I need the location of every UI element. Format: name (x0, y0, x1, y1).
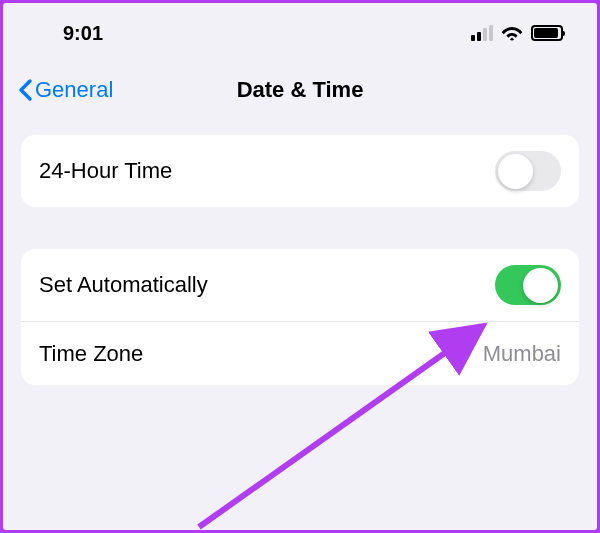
settings-group-time-format: 24-Hour Time (21, 135, 579, 207)
toggle-24-hour-time[interactable] (495, 151, 561, 191)
nav-bar: General Date & Time (3, 59, 597, 135)
status-icons (471, 25, 563, 41)
back-label: General (35, 77, 113, 103)
settings-group-automatic: Set Automatically Time Zone Mumbai (21, 249, 579, 385)
status-bar: 9:01 (3, 3, 597, 59)
row-set-automatically[interactable]: Set Automatically (21, 249, 579, 321)
toggle-knob (523, 268, 558, 303)
row-label: Set Automatically (39, 272, 208, 298)
back-button[interactable]: General (17, 77, 113, 103)
page-title: Date & Time (237, 77, 364, 103)
toggle-set-automatically[interactable] (495, 265, 561, 305)
row-label: Time Zone (39, 341, 143, 367)
row-value: Mumbai (483, 341, 561, 367)
cellular-signal-icon (471, 25, 493, 41)
row-24-hour-time[interactable]: 24-Hour Time (21, 135, 579, 207)
row-time-zone[interactable]: Time Zone Mumbai (21, 321, 579, 385)
row-label: 24-Hour Time (39, 158, 172, 184)
wifi-icon (501, 25, 523, 41)
chevron-left-icon (17, 78, 33, 102)
toggle-knob (498, 154, 533, 189)
battery-icon (531, 25, 563, 41)
status-time: 9:01 (63, 22, 103, 45)
